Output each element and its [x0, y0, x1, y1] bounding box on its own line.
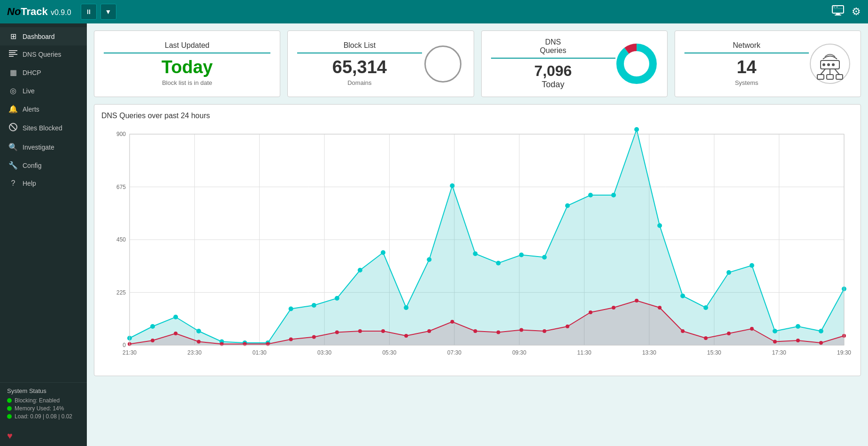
svg-rect-5	[833, 8, 843, 9]
block-list-icon	[422, 43, 464, 85]
investigate-icon: 🔍	[8, 143, 18, 151]
last-updated-sub: Block list is in date	[104, 79, 270, 86]
svg-rect-1	[836, 13, 840, 15]
network-sub: Systems	[684, 79, 809, 86]
sidebar-label-config: Config	[23, 162, 41, 169]
sites-blocked-icon	[8, 123, 18, 133]
memory-status: Memory Used: 14%	[7, 405, 80, 412]
sidebar-item-help[interactable]: ? Help	[0, 174, 87, 192]
block-list-title: Block List	[297, 41, 422, 53]
dns-queries-icon	[8, 50, 18, 59]
sidebar-item-config[interactable]: 🔧 Config	[0, 156, 87, 174]
sidebar-label-live: Live	[23, 87, 35, 95]
sidebar-item-dashboard[interactable]: ⊞ Dashboard	[0, 27, 87, 45]
topbar: NoTrack v0.9.0 ⏸ ▼ ⚙	[0, 0, 868, 23]
last-updated-text: Last Updated Today Block list is in date	[104, 41, 270, 86]
dropdown-button[interactable]: ▼	[100, 4, 116, 20]
svg-rect-4	[836, 7, 838, 8]
svg-point-15	[627, 54, 646, 73]
live-icon: ◎	[8, 86, 18, 95]
topbar-right: ⚙	[831, 5, 861, 18]
svg-rect-24	[817, 75, 824, 79]
svg-point-19	[827, 63, 830, 66]
block-list-value: 65,314	[297, 57, 422, 77]
sidebar-label-sites-blocked: Sites Blocked	[23, 124, 62, 132]
sidebar: ⊞ Dashboard DNS Queries ▦ DHCP ◎ Live 🔔 …	[0, 23, 87, 446]
svg-rect-7	[9, 52, 15, 53]
pause-button[interactable]: ⏸	[81, 4, 97, 20]
dns-queries-value: 7,096	[491, 62, 615, 80]
sidebar-label-dashboard: Dashboard	[23, 33, 55, 40]
block-list-text: Block List 65,314 Domains	[297, 41, 422, 86]
network-title: Network	[684, 41, 809, 53]
svg-line-23	[835, 69, 839, 75]
sidebar-label-alerts: Alerts	[23, 106, 39, 113]
sidebar-item-investigate[interactable]: 🔍 Investigate	[0, 138, 87, 156]
sidebar-item-dhcp[interactable]: ▦ DHCP	[0, 63, 87, 82]
load-dot	[7, 414, 12, 419]
chart-container	[101, 125, 853, 369]
topbar-controls: ⏸ ▼	[81, 4, 116, 20]
system-status-title: System Status	[7, 387, 80, 394]
svg-point-12	[425, 46, 461, 82]
config-icon: 🔧	[8, 161, 18, 170]
svg-point-16	[810, 44, 850, 83]
dns-queries-donut	[615, 43, 658, 85]
dns-queries-title: DNS Queries	[491, 38, 615, 59]
svg-rect-8	[9, 54, 17, 55]
sidebar-label-dns-queries: DNS Queries	[23, 51, 61, 58]
content-area: Last Updated Today Block list is in date…	[87, 23, 868, 446]
dns-queries-sub: Today	[491, 80, 615, 90]
logo-no: No	[7, 6, 21, 17]
help-icon: ?	[8, 179, 18, 188]
svg-rect-9	[9, 56, 14, 57]
sidebar-label-investigate: Investigate	[23, 144, 54, 151]
blocking-label: Blocking: Enabled	[15, 397, 60, 404]
dns-queries-text: DNS Queries 7,096 Today	[491, 38, 615, 90]
alerts-icon: 🔔	[8, 105, 18, 113]
chart-card: DNS Queries over past 24 hours	[94, 104, 861, 376]
network-text: Network 14 Systems	[684, 41, 809, 86]
last-updated-value: Today	[104, 57, 270, 77]
sidebar-label-dhcp: DHCP	[23, 69, 41, 76]
sidebar-item-dns-queries[interactable]: DNS Queries	[0, 45, 87, 63]
blocking-status: Blocking: Enabled	[7, 397, 80, 404]
dns-queries-card: DNS Queries 7,096 Today	[481, 30, 668, 97]
logo-track: Track	[21, 6, 48, 17]
load-status: Load: 0.09 | 0.08 | 0.02	[7, 413, 80, 420]
svg-line-11	[10, 124, 16, 130]
sidebar-item-alerts[interactable]: 🔔 Alerts	[0, 100, 87, 118]
monitor-icon[interactable]	[831, 5, 845, 18]
last-updated-title: Last Updated	[104, 41, 270, 53]
svg-rect-3	[833, 7, 835, 8]
main-layout: ⊞ Dashboard DNS Queries ▦ DHCP ◎ Live 🔔 …	[0, 23, 868, 446]
dhcp-icon: ▦	[8, 68, 18, 77]
chart-title: DNS Queries over past 24 hours	[101, 112, 853, 120]
sidebar-item-sites-blocked[interactable]: Sites Blocked	[0, 118, 87, 138]
svg-rect-25	[827, 75, 833, 79]
svg-point-18	[822, 63, 825, 66]
blocking-dot	[7, 398, 12, 403]
settings-icon[interactable]: ⚙	[852, 6, 861, 18]
sidebar-label-help: Help	[23, 180, 36, 187]
app-version: v0.9.0	[51, 8, 71, 16]
svg-rect-6	[9, 50, 17, 51]
sidebar-item-live[interactable]: ◎ Live	[0, 82, 87, 100]
svg-rect-26	[836, 75, 843, 79]
memory-dot	[7, 406, 12, 411]
last-updated-card: Last Updated Today Block list is in date	[94, 30, 280, 97]
svg-line-21	[821, 69, 825, 75]
heart-icon[interactable]: ♥	[0, 426, 87, 446]
svg-point-20	[832, 63, 835, 66]
dashboard-icon: ⊞	[8, 32, 18, 41]
svg-rect-2	[835, 15, 841, 15]
network-card: Network 14 Systems	[675, 30, 861, 97]
block-list-sub: Domains	[297, 79, 422, 86]
app-logo: NoTrack v0.9.0	[7, 6, 71, 18]
block-list-card: Block List 65,314 Domains	[287, 30, 474, 97]
load-label: Load: 0.09 | 0.08 | 0.02	[15, 413, 72, 420]
network-value: 14	[684, 57, 809, 77]
dns-queries-value-block: 7,096 Today	[491, 62, 615, 90]
system-status: System Status Blocking: Enabled Memory U…	[0, 382, 87, 426]
network-icon	[809, 43, 851, 85]
